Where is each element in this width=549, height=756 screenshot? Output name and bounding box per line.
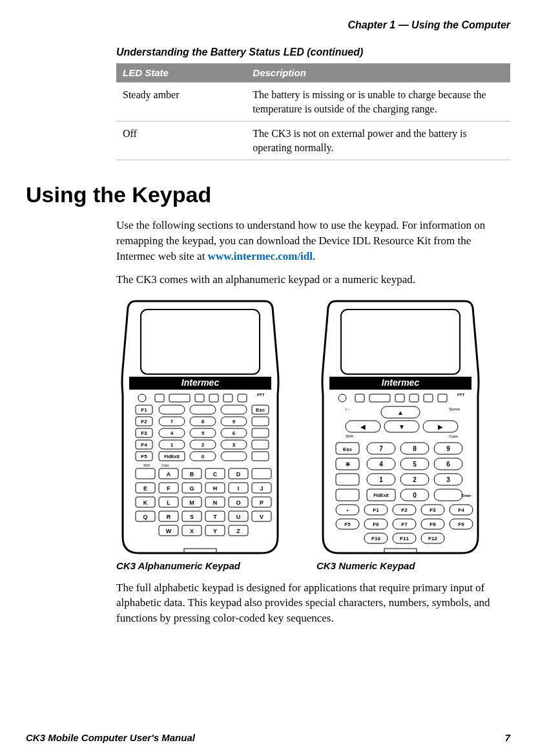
ptt-label: PTT [457, 393, 465, 397]
svg-point-2 [138, 394, 146, 402]
svg-text:9: 9 [446, 445, 450, 452]
svg-text:B: B [190, 471, 194, 478]
svg-text:5: 5 [202, 430, 205, 436]
svg-text:F2: F2 [401, 507, 408, 513]
svg-text:Y: Y [213, 528, 217, 534]
svg-text:F12: F12 [428, 536, 437, 541]
svg-rect-111 [355, 394, 364, 402]
svg-rect-21 [221, 405, 247, 414]
svg-rect-50 [252, 452, 269, 461]
svg-text:F4: F4 [458, 507, 464, 513]
svg-rect-30 [252, 417, 269, 426]
svg-point-110 [338, 394, 346, 402]
svg-rect-0 [141, 310, 260, 374]
svg-text:T: T [213, 514, 217, 520]
svg-text:2: 2 [202, 442, 205, 448]
svg-rect-3 [155, 394, 164, 402]
svg-rect-20 [190, 405, 216, 414]
svg-text:Space: Space [449, 407, 461, 411]
svg-text:G: G [189, 485, 194, 492]
brand-label: Intermec [181, 377, 220, 388]
svg-rect-53 [136, 468, 155, 479]
svg-text:FldExit: FldExit [164, 454, 180, 459]
svg-rect-116 [438, 394, 447, 402]
svg-text:6: 6 [446, 461, 450, 468]
svg-text:F1: F1 [373, 507, 379, 513]
svg-text:F6: F6 [373, 521, 379, 527]
svg-text:Enter: Enter [461, 494, 471, 498]
th-description: Description [246, 63, 510, 83]
svg-text:Caps: Caps [449, 434, 458, 438]
svg-text:U: U [236, 514, 241, 520]
svg-rect-145 [336, 474, 359, 485]
svg-text:C: C [213, 471, 218, 478]
svg-rect-108 [341, 310, 460, 374]
svg-text:☀: ☀ [345, 461, 351, 468]
svg-rect-107 [184, 549, 216, 552]
svg-text:L: L [167, 499, 171, 506]
svg-text:3: 3 [446, 476, 450, 483]
svg-rect-152 [336, 489, 359, 501]
svg-text:M: M [189, 499, 194, 506]
svg-rect-37 [252, 428, 269, 437]
svg-text:H: H [213, 485, 218, 492]
svg-rect-58 [252, 468, 271, 479]
svg-text:•: • [347, 507, 349, 513]
svg-text:Z: Z [236, 528, 240, 534]
svg-text:0: 0 [413, 492, 417, 499]
svg-text:8: 8 [413, 445, 417, 452]
svg-text:1: 1 [171, 442, 174, 448]
svg-rect-49 [221, 452, 247, 461]
section-heading: Using the Keypad [26, 182, 510, 207]
keypad-description-paragraph: The full alphabetic keypad is designed f… [116, 580, 510, 626]
svg-text:Q: Q [143, 514, 147, 520]
svg-text:Caps: Caps [161, 463, 169, 467]
svg-rect-115 [424, 394, 433, 402]
svg-text:F5: F5 [141, 454, 147, 459]
ptt-label: PTT [257, 393, 265, 397]
svg-text:R: R [167, 514, 171, 520]
svg-text:F4: F4 [141, 442, 147, 448]
svg-text:7: 7 [379, 445, 383, 452]
svg-text:F9: F9 [458, 521, 464, 527]
cell-description: The CK3 is not on external power and the… [246, 121, 510, 160]
svg-text:O: O [236, 499, 240, 506]
svg-rect-8 [238, 394, 247, 402]
keypad-types-paragraph: The CK3 comes with an alphanumeric keypa… [116, 272, 510, 288]
ck3-alphanumeric-illustration: Intermec PTT [116, 298, 284, 556]
svg-text:Esc: Esc [343, 446, 353, 452]
svg-rect-5 [195, 394, 204, 402]
table-row: Steady amber The battery is missing or i… [116, 83, 510, 121]
caption-numeric: CK3 Numeric Keypad [316, 560, 484, 571]
th-led-state: LED State [116, 63, 246, 83]
svg-text:7: 7 [171, 419, 174, 425]
svg-text:F1: F1 [141, 407, 147, 413]
svg-text:▼: ▼ [399, 423, 405, 430]
svg-text:4: 4 [379, 461, 383, 468]
link-intermec-idl[interactable]: www.intermec.com/idl [208, 250, 313, 262]
intro-paragraph: Use the following sections to understand… [116, 218, 510, 264]
svg-rect-112 [369, 394, 390, 402]
svg-rect-44 [252, 440, 269, 449]
table-title: Understanding the Battery Status LED (co… [116, 47, 510, 58]
cell-led-state: Off [116, 121, 246, 160]
svg-rect-19 [159, 405, 185, 414]
svg-text:F2: F2 [141, 419, 147, 425]
svg-rect-113 [395, 394, 404, 402]
svg-rect-4 [169, 394, 190, 402]
svg-text:F11: F11 [400, 536, 409, 541]
cell-led-state: Steady amber [116, 83, 246, 121]
svg-text:S: S [190, 514, 194, 520]
svg-text:Shift: Shift [346, 434, 353, 438]
svg-text:Shift: Shift [143, 463, 150, 467]
ck3-numeric-illustration: Intermec PTT [316, 298, 484, 556]
svg-rect-7 [223, 394, 233, 402]
svg-text:N: N [213, 499, 218, 506]
p1-b: . [313, 250, 315, 262]
svg-text:X: X [190, 528, 194, 534]
svg-text:▶: ▶ [438, 423, 443, 430]
svg-text:K: K [143, 499, 148, 506]
svg-text:F3: F3 [430, 507, 436, 513]
svg-text:F10: F10 [371, 536, 380, 541]
svg-text:F7: F7 [401, 521, 408, 527]
